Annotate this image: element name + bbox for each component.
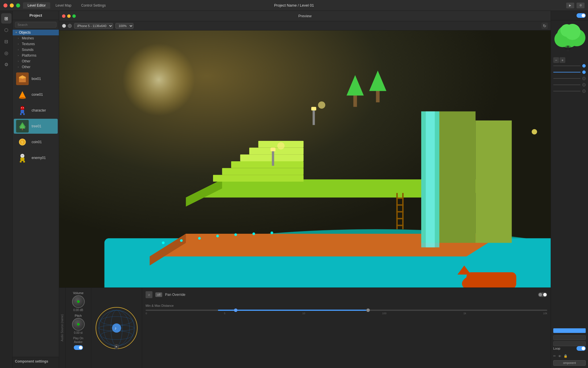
maximize-button[interactable] <box>16 3 20 7</box>
icon-bar-cube[interactable]: ⬡ <box>1 25 11 35</box>
tab-control-settings[interactable]: Control Settings <box>77 2 110 9</box>
slider-track-1 <box>553 66 581 66</box>
pitch-label: Pitch <box>75 314 82 317</box>
play-button[interactable]: ▶ <box>566 3 574 8</box>
object-thumb-coin01: $ <box>16 136 29 148</box>
object-name-character: character <box>32 108 46 112</box>
window-title: Project Name / Level 01 <box>274 3 314 7</box>
chevron-icon: › <box>18 43 21 45</box>
icon-row: ✏ 👁 🔒 <box>553 354 586 358</box>
lock-icon[interactable]: 🔒 <box>564 354 568 358</box>
awake-toggle[interactable] <box>74 345 83 350</box>
close-button[interactable] <box>3 3 7 7</box>
pitch-value: 0.00 st <box>74 331 82 334</box>
svg-rect-38 <box>426 111 435 247</box>
play-on-label: Play On <box>73 337 84 340</box>
object-name-cone01: cone01 <box>32 93 43 97</box>
zoom-selector[interactable]: 100% <box>115 23 134 29</box>
tree-item-objects[interactable]: ▼ Objects <box>13 30 59 35</box>
eye-icon[interactable]: 👁 <box>558 354 561 358</box>
pitch-knob-inner <box>77 323 80 325</box>
component-button[interactable]: omponent <box>553 360 586 366</box>
audio-sphere-svg: ♪ <box>94 305 140 351</box>
progress-bar <box>553 328 586 333</box>
pan-override-toggle[interactable] <box>538 292 547 297</box>
object-item-cone01[interactable]: cone01 <box>14 87 58 102</box>
radio-dark[interactable] <box>68 24 72 28</box>
comp-settings-header: Component settings <box>15 359 57 363</box>
chevron-icon: › <box>18 48 21 51</box>
device-selector[interactable]: iPhone 5 - 1136x640 <box>74 23 113 29</box>
loop-toggle[interactable] <box>577 346 586 351</box>
tab-level-editor[interactable]: Level Editor <box>23 2 50 9</box>
slider-dot-1[interactable] <box>582 64 586 68</box>
icon-bar-globe[interactable]: ◎ <box>1 48 11 58</box>
tree-section: ▼ Objects › Meshes › Textures › Sounds ›… <box>13 30 59 357</box>
icon-bar-settings[interactable]: ⚙ <box>1 59 11 70</box>
svg-point-10 <box>23 108 24 108</box>
right-panel: − + <box>551 11 588 368</box>
volume-value: 0.00 dB <box>73 308 83 312</box>
object-name-enemy01: enemy01 <box>32 156 46 160</box>
object-item-enemy01[interactable]: enemy01 <box>14 150 58 165</box>
minimize-button[interactable] <box>10 3 14 7</box>
settings-button[interactable]: ⚙ <box>577 3 585 8</box>
audio-source-label-container: Audio Source (name) <box>59 288 65 368</box>
pencil-icon[interactable]: ✏ <box>553 354 556 358</box>
dist-thumb-max[interactable] <box>366 308 370 312</box>
main-layout: ⊞ ⬡ ⊟ ◎ ⚙ Project ▼ Objects › Meshes › T… <box>0 11 588 368</box>
object-item-coin01[interactable]: $ coin01 <box>14 135 58 150</box>
slider-dot-5[interactable] <box>582 89 586 93</box>
tree-item-other2[interactable]: › Other <box>13 64 59 70</box>
icon-bar-grid[interactable]: ⊟ <box>1 36 11 47</box>
dist-track <box>146 310 547 311</box>
plus-button[interactable]: + <box>560 57 565 63</box>
tree-item-sounds[interactable]: › Sounds <box>13 47 59 53</box>
volume-knob-inner <box>77 300 80 303</box>
preview-maximize[interactable] <box>72 14 76 18</box>
slider-track-2 <box>553 72 581 72</box>
svg-point-85 <box>564 45 571 50</box>
prop-input-1[interactable] <box>553 335 586 340</box>
icon-bar-layers[interactable]: ⊞ <box>1 13 11 24</box>
svg-rect-57 <box>467 272 516 286</box>
slider-dot-4[interactable] <box>582 83 586 87</box>
svg-point-83 <box>560 24 573 37</box>
pan-distance-section: ⊘ off Pan Override Min & Max Distance <box>142 288 551 368</box>
tree-item-label: Sounds <box>22 48 34 52</box>
svg-point-47 <box>277 142 285 150</box>
preview-minimize[interactable] <box>67 14 71 18</box>
device-radio-group <box>62 24 72 28</box>
svg-rect-61 <box>396 198 403 199</box>
tree-item-meshes[interactable]: › Meshes <box>13 35 59 41</box>
preview-canvas <box>59 30 551 288</box>
tab-level-map[interactable]: Level Map <box>51 2 76 9</box>
radio-white[interactable] <box>62 24 66 28</box>
dist-labels: 0 5 10 100 1k 10k <box>146 312 547 315</box>
refresh-button[interactable]: ↻ <box>541 23 548 29</box>
distance-section: Min & Max Distance 0 5 10 100 1k <box>146 304 547 315</box>
pitch-knob[interactable] <box>72 318 85 331</box>
object-item-box01[interactable]: box01 <box>14 71 58 86</box>
preview-close[interactable] <box>62 14 65 18</box>
tree-item-other1[interactable]: › Other <box>13 58 59 64</box>
volume-knob[interactable] <box>72 295 85 308</box>
right-top-toggle[interactable] <box>577 13 586 18</box>
slider-dot-2[interactable] <box>582 70 586 74</box>
object-item-tree01[interactable]: tree01 <box>14 119 58 134</box>
slider-track-5 <box>553 91 581 91</box>
prop-input-2[interactable] <box>553 341 586 346</box>
voxel-scene-svg <box>59 30 551 288</box>
svg-rect-62 <box>396 204 403 206</box>
slider-track-4 <box>553 85 581 85</box>
tree-item-platforms[interactable]: › Platforms <box>13 53 59 58</box>
svg-rect-19 <box>20 161 22 162</box>
object-item-character[interactable]: character <box>14 103 58 118</box>
slider-dot-3[interactable] <box>582 77 586 80</box>
tree-item-label: Meshes <box>22 36 34 40</box>
svg-text:♪: ♪ <box>115 326 117 330</box>
minus-button[interactable]: − <box>553 57 559 63</box>
dist-thumb-min[interactable] <box>234 308 237 312</box>
tree-item-textures[interactable]: › Textures <box>13 41 59 47</box>
search-input[interactable] <box>15 22 57 28</box>
